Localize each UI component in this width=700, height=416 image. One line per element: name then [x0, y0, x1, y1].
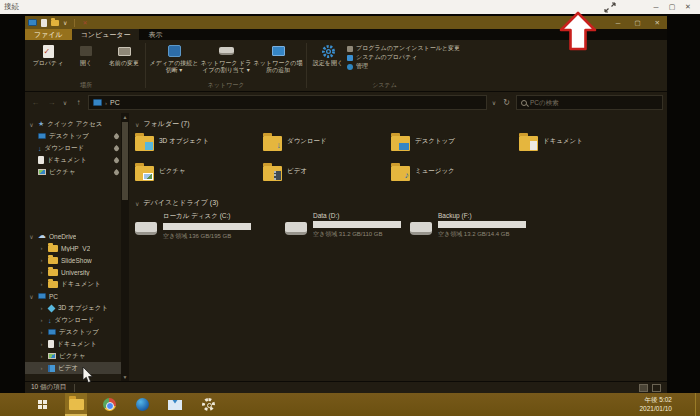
- folder-documents[interactable]: ドキュメント: [519, 132, 647, 162]
- access-media-button[interactable]: メディアの接続と切断 ▾: [148, 43, 200, 74]
- chevron-down-icon[interactable]: ∨: [135, 121, 139, 128]
- fullscreen-icon[interactable]: [604, 2, 616, 13]
- sidebar-item-university[interactable]: › University: [25, 266, 129, 278]
- map-network-drive-button[interactable]: ネットワーク ドライブの割り当て ▾: [200, 43, 252, 74]
- forward-button[interactable]: →: [45, 98, 58, 107]
- refresh-icon[interactable]: ↻: [500, 98, 513, 107]
- breadcrumb[interactable]: PC: [110, 99, 120, 106]
- back-button[interactable]: ←: [29, 98, 42, 107]
- chevron-right-icon[interactable]: ›: [38, 365, 45, 371]
- host-minimize-button[interactable]: ─: [648, 4, 664, 11]
- sidebar-item-pc-pictures[interactable]: › ピクチャ: [25, 350, 129, 362]
- sidebar-item-pc-desktop[interactable]: › デスクトップ: [25, 326, 129, 338]
- sidebar-item-3d-objects[interactable]: › 3D オブジェクト: [25, 302, 129, 314]
- folder-pictures[interactable]: ピクチャ: [135, 162, 263, 192]
- explorer-maximize-button[interactable]: ▢: [634, 19, 640, 27]
- chevron-right-icon[interactable]: ›: [38, 329, 45, 335]
- uninstall-program-button[interactable]: プログラムのアンインストールと変更: [347, 45, 460, 52]
- scroll-down-icon[interactable]: ▼: [121, 373, 129, 381]
- tab-view[interactable]: 表示: [139, 29, 171, 40]
- explorer-close-button[interactable]: ✕: [655, 19, 660, 27]
- folder-desktop[interactable]: デスクトップ: [391, 132, 519, 162]
- chevron-down-icon[interactable]: ∨: [28, 233, 35, 240]
- drives-section-header[interactable]: ∨ デバイスとドライブ (3): [135, 197, 667, 209]
- qat-properties-icon[interactable]: [41, 19, 47, 27]
- sidebar-item-myhp[interactable]: › MyHP_V2: [25, 242, 129, 254]
- sidebar-item-onedrive-documents[interactable]: › ドキュメント: [25, 278, 129, 290]
- sidebar-item-downloads[interactable]: ↓ ダウンロード: [25, 142, 129, 154]
- tab-computer[interactable]: コンピューター: [72, 29, 140, 40]
- pc-icon: [38, 293, 46, 299]
- folder-videos[interactable]: ビデオ: [263, 162, 391, 192]
- chevron-down-icon[interactable]: ∨: [28, 293, 35, 300]
- chevron-right-icon[interactable]: ›: [38, 305, 45, 311]
- system-properties-button[interactable]: システムのプロパティ: [347, 54, 460, 61]
- address-dropdown-icon[interactable]: ∨: [490, 99, 498, 106]
- manage-button[interactable]: 管理: [347, 63, 460, 70]
- folder-music[interactable]: ♪ ミュージック: [391, 162, 519, 192]
- sidebar-item-desktop[interactable]: デスクトップ: [25, 130, 129, 142]
- scroll-up-icon[interactable]: ▲: [121, 113, 129, 121]
- chevron-right-icon[interactable]: ›: [38, 269, 45, 275]
- sidebar-scrollbar[interactable]: ▲ ▼: [121, 113, 129, 381]
- up-button[interactable]: ↑: [72, 98, 85, 107]
- drive-c[interactable]: ローカル ディスク (C:) 空き領域 136 GB/195 GB: [135, 212, 285, 241]
- rename-button[interactable]: 名前の変更: [105, 43, 143, 67]
- add-network-location-button[interactable]: ネットワークの場所の追加: [252, 43, 304, 74]
- chevron-down-icon[interactable]: ∨: [135, 200, 139, 207]
- navigation-pane: ∨ ★ クイック アクセス デスクトップ ↓ ダウンロード: [25, 113, 129, 381]
- sidebar-item-pictures[interactable]: ピクチャ: [25, 166, 129, 178]
- taskbar-chrome-button[interactable]: [98, 393, 120, 416]
- open-settings-button[interactable]: 設定を開く: [309, 43, 347, 67]
- settings-gear-icon: [321, 44, 336, 59]
- tab-file[interactable]: ファイル: [25, 29, 72, 40]
- sidebar-section-quick-access[interactable]: ∨ ★ クイック アクセス: [25, 118, 129, 130]
- show-desktop-button[interactable]: [695, 393, 696, 416]
- sidebar-item-pc-documents[interactable]: › ドキュメント: [25, 338, 129, 350]
- details-view-icon[interactable]: [639, 384, 648, 392]
- folders-section-header[interactable]: ∨ フォルダー (7): [135, 118, 667, 130]
- sidebar-section-pc[interactable]: ∨ PC: [25, 290, 129, 302]
- media-icon: [168, 45, 181, 57]
- drive-f[interactable]: Backup (F:) 空き領域 13.2 GB/14.4 GB: [410, 212, 580, 241]
- scrollbar-thumb[interactable]: [122, 122, 128, 200]
- chevron-down-icon[interactable]: ∨: [28, 121, 35, 128]
- qat-customize-dropdown-icon[interactable]: ∨: [63, 19, 67, 26]
- sidebar-item-pc-videos[interactable]: › ビデオ: [25, 362, 129, 374]
- chevron-right-icon[interactable]: ›: [38, 245, 45, 251]
- chevron-right-icon[interactable]: ›: [38, 257, 45, 263]
- drive-d[interactable]: Data (D:) 空き領域 31.2 GB/110 GB: [285, 212, 410, 241]
- folder-3d-objects[interactable]: 3D オブジェクト: [135, 132, 263, 162]
- search-input[interactable]: [530, 99, 658, 106]
- properties-button[interactable]: プロパティ: [29, 43, 67, 67]
- open-icon: [80, 46, 92, 56]
- chrome-icon: [103, 398, 116, 411]
- chevron-right-icon[interactable]: ›: [38, 281, 45, 287]
- host-close-button[interactable]: ✕: [680, 3, 696, 11]
- taskbar-mail-button[interactable]: [164, 393, 186, 416]
- explorer-minimize-button[interactable]: ─: [616, 19, 621, 27]
- edge-icon: [136, 398, 149, 411]
- chevron-right-icon[interactable]: ›: [38, 353, 45, 359]
- start-button[interactable]: [32, 393, 54, 416]
- qat-new-folder-icon[interactable]: [51, 20, 59, 26]
- recent-locations-dropdown[interactable]: ∨: [61, 99, 69, 106]
- chevron-right-icon[interactable]: ›: [38, 317, 45, 323]
- taskbar-file-explorer-button[interactable]: [65, 393, 87, 416]
- sidebar-section-onedrive[interactable]: ∨ ☁ OneDrive: [25, 230, 129, 242]
- thumbnail-view-icon[interactable]: [652, 384, 661, 392]
- folder-downloads[interactable]: ↓ ダウンロード: [263, 132, 391, 162]
- 3d-objects-icon: [48, 304, 56, 312]
- address-box[interactable]: › PC: [88, 95, 487, 110]
- taskbar-clock[interactable]: 午後 5:02 2021/01/10: [639, 395, 672, 413]
- chevron-right-icon[interactable]: ›: [38, 341, 45, 347]
- taskbar-edge-button[interactable]: [131, 393, 153, 416]
- sidebar-item-slideshow[interactable]: › SlideShow: [25, 254, 129, 266]
- open-button[interactable]: 開く: [67, 43, 105, 67]
- sidebar-item-pc-downloads[interactable]: › ↓ ダウンロード: [25, 314, 129, 326]
- folder-icon-documents: [519, 136, 538, 151]
- host-maximize-button[interactable]: ▢: [664, 3, 680, 11]
- sidebar-item-documents[interactable]: ドキュメント: [25, 154, 129, 166]
- taskbar-settings-button[interactable]: [197, 393, 219, 416]
- search-box[interactable]: [516, 95, 663, 110]
